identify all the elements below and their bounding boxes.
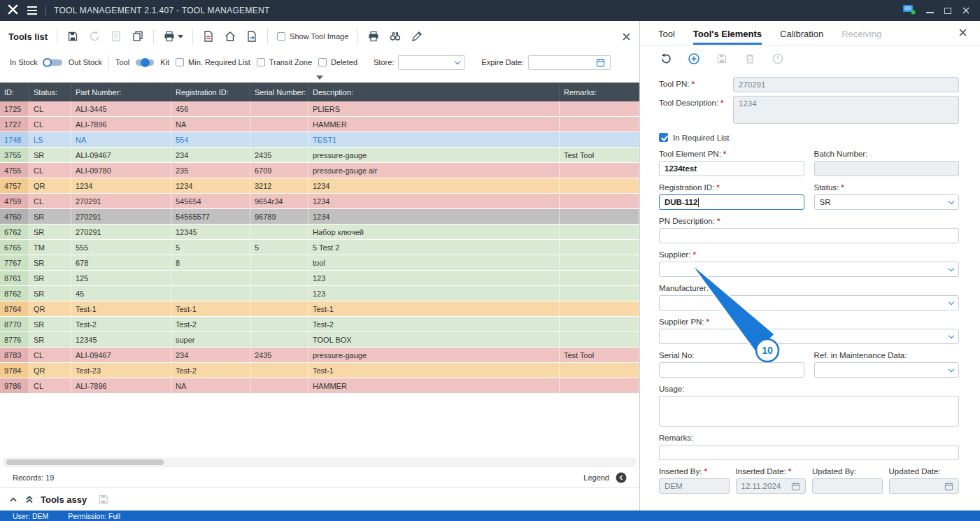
hamburger-menu-icon[interactable] xyxy=(27,6,38,15)
tab-tools-elements[interactable]: Tool's Elements xyxy=(693,21,762,45)
horizontal-scrollbar[interactable] xyxy=(3,457,637,466)
show-tool-image-toggle[interactable]: Show Tool Image xyxy=(277,32,348,41)
store-select[interactable] xyxy=(398,55,465,70)
cell-id: 4757 xyxy=(0,178,29,194)
cell-status: CL xyxy=(29,348,71,363)
table-row[interactable]: 6765 TM 555 5 5 5 Test 2 xyxy=(0,240,639,255)
cell-description: Test-1 xyxy=(308,301,560,317)
edit-icon[interactable] xyxy=(411,30,423,43)
deleted-checkbox[interactable] xyxy=(318,58,327,66)
export-icon[interactable] xyxy=(246,30,258,43)
copy-icon[interactable] xyxy=(132,30,144,43)
table-row[interactable]: 4760 SR 270291 54565577 96789 1234 xyxy=(0,209,639,224)
table-row[interactable]: 8770 SR Test-2 Test-2 Test-2 xyxy=(0,317,639,332)
cell-description: 123 xyxy=(308,271,560,286)
transit-zone-filter[interactable]: Transit Zone xyxy=(257,58,312,66)
supplier-label: Supplier:* xyxy=(659,250,959,259)
stock-toggle[interactable] xyxy=(44,59,62,66)
transit-zone-checkbox[interactable] xyxy=(257,58,265,66)
table-row[interactable]: 1748 LS NA 554 TEST1 xyxy=(0,132,639,148)
table-row[interactable]: 9784 QR Test-23 Test-2 Test-1 xyxy=(0,363,639,378)
table-row[interactable]: 1727 CL ALI-7896 NA HAMMER xyxy=(0,117,639,132)
table-row[interactable]: 4759 CL 270291 545654 9654r34 1234 xyxy=(0,194,639,209)
titlebar-separator xyxy=(45,6,46,16)
ref-maintenance-label: Ref. in Maintenance Data: xyxy=(814,351,960,359)
save-icon[interactable] xyxy=(66,30,79,43)
table-row[interactable]: 7767 SR 678 8 tool xyxy=(0,255,639,271)
col-registration-id[interactable]: Registration ID: xyxy=(171,83,250,101)
show-tool-image-checkbox[interactable] xyxy=(277,32,285,41)
usage-input[interactable] xyxy=(659,396,959,427)
cell-id: 1727 xyxy=(0,117,29,132)
table-row[interactable]: 4757 QR 1234 1234 3212 1234 xyxy=(0,178,639,194)
col-serial-number[interactable]: Serial Number: xyxy=(250,83,308,101)
table-row[interactable]: 8783 CL ALI-09467 234 2435 pressure-gaug… xyxy=(0,348,639,363)
session-status-icon[interactable] xyxy=(902,3,916,17)
expire-date-input[interactable] xyxy=(528,55,611,70)
remarks-input[interactable] xyxy=(659,445,959,460)
col-id[interactable]: ID: xyxy=(0,83,29,101)
cell-part-number: ALI-7896 xyxy=(71,117,171,132)
table-row[interactable]: 6762 SR 270291 12345 Набор ключей xyxy=(0,224,639,240)
label-print-icon[interactable] xyxy=(367,30,380,43)
maximize-button[interactable] xyxy=(944,8,951,14)
calendar-icon xyxy=(596,58,605,67)
cell-status: CL xyxy=(29,163,71,178)
filter-collapse-strip[interactable] xyxy=(0,73,639,83)
serial-no-input[interactable] xyxy=(659,362,804,378)
collapse-up-double-icon[interactable] xyxy=(24,494,34,504)
cell-status: SR xyxy=(29,255,71,271)
scrollbar-thumb[interactable] xyxy=(6,459,164,465)
collapse-up-icon[interactable] xyxy=(8,494,18,504)
registration-id-input[interactable]: DUB-112 xyxy=(659,194,804,210)
tools-list-close-icon[interactable] xyxy=(622,32,631,41)
min-required-label: Min. Required List xyxy=(188,58,250,66)
col-description[interactable]: Description: xyxy=(308,83,560,101)
search-binoculars-icon[interactable] xyxy=(389,30,402,43)
cell-status: CL xyxy=(29,101,71,117)
registration-id-label: Registration ID:* xyxy=(659,183,804,192)
col-remarks[interactable]: Remarks: xyxy=(560,83,639,101)
undo-icon[interactable] xyxy=(660,52,672,65)
cell-registration-id: 234 xyxy=(171,148,250,163)
table-row[interactable]: 4755 CL ALI-09780 235 6709 pressure-gaug… xyxy=(0,163,639,178)
status-permission: Permission: Full xyxy=(68,512,120,520)
legend-expand-icon[interactable] xyxy=(616,472,627,483)
close-window-button[interactable] xyxy=(962,6,970,15)
cell-serial-number xyxy=(250,224,308,240)
tool-element-pn-input[interactable] xyxy=(659,161,804,176)
supplier-select[interactable] xyxy=(659,262,959,277)
min-required-filter[interactable]: Min. Required List xyxy=(176,58,250,66)
tab-calibration[interactable]: Calibration xyxy=(780,21,823,45)
col-part-number[interactable]: Part Number: xyxy=(71,83,171,101)
tool-kit-toggle[interactable] xyxy=(136,59,154,66)
print-icon[interactable] xyxy=(163,30,183,43)
cell-serial-number xyxy=(250,271,308,286)
details-close-icon[interactable] xyxy=(958,28,967,37)
supplier-pn-select[interactable] xyxy=(659,329,959,344)
status-select[interactable]: SR xyxy=(814,194,960,210)
deleted-filter[interactable]: Deleted xyxy=(318,58,357,66)
min-required-checkbox[interactable] xyxy=(176,58,184,66)
in-required-list-row[interactable]: In Required List xyxy=(659,133,959,142)
cell-remarks: Test Tool xyxy=(560,148,639,163)
table-row[interactable]: 9786 CL ALI-7896 NA HAMMER xyxy=(0,378,639,394)
minimize-button[interactable] xyxy=(926,8,934,13)
col-status[interactable]: Status: xyxy=(29,83,71,101)
cell-part-number: ALI-09467 xyxy=(71,348,171,363)
pn-description-input[interactable] xyxy=(659,228,959,243)
table-row[interactable]: 8761 SR 125 123 xyxy=(0,271,639,286)
export-pdf-icon[interactable] xyxy=(202,30,215,43)
table-row[interactable]: 1725 CL ALI-3445 456 PLIERS xyxy=(0,101,639,117)
table-row[interactable]: 3755 SR ALI-09467 234 2435 pressure-gaug… xyxy=(0,148,639,163)
home-icon[interactable] xyxy=(224,30,236,43)
in-required-list-checkbox[interactable] xyxy=(659,133,668,142)
ref-maintenance-select[interactable] xyxy=(814,362,960,378)
table-row[interactable]: 8762 SR 45 123 xyxy=(0,286,639,301)
cell-id: 8762 xyxy=(0,286,29,301)
tab-tool[interactable]: Tool xyxy=(658,21,675,45)
manufacturer-select[interactable] xyxy=(659,295,959,311)
table-row[interactable]: 8776 SR 12345 super TOOL BOX xyxy=(0,332,639,348)
add-icon[interactable] xyxy=(688,52,700,65)
table-row[interactable]: 8764 QR Test-1 Test-1 Test-1 xyxy=(0,301,639,317)
